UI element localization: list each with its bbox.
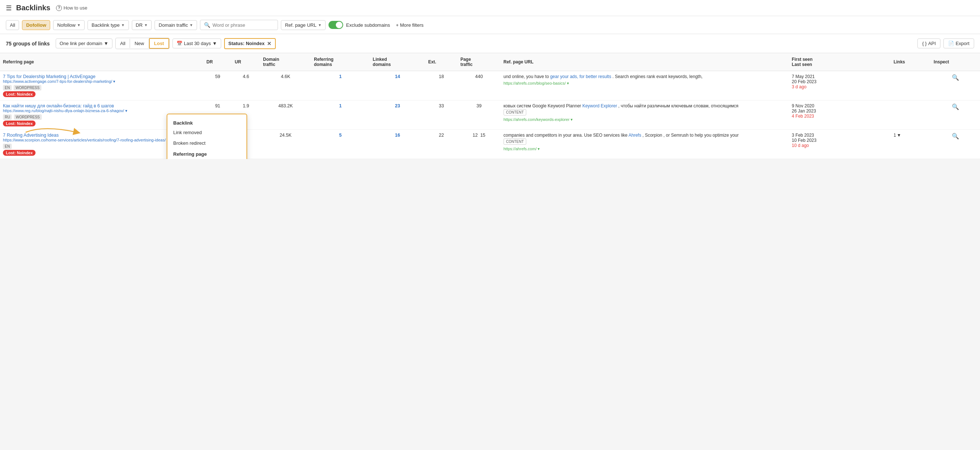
filter-bar: All Dofollow Nofollow ▼ Backlink type ▼ … [0, 16, 980, 34]
snippet-link-3[interactable]: Ahrefs [628, 132, 641, 138]
dropdown-link-removed[interactable]: Link removed [167, 127, 247, 138]
backlink-type-chevron-icon: ▼ [121, 23, 125, 27]
referring-page-link-3[interactable]: 7 Roofing Advertising Ideas [3, 132, 59, 138]
links-cell-3[interactable]: 1 ▼ [891, 130, 931, 159]
col-ur: UR [232, 53, 260, 71]
date-filter-button[interactable]: 📅 Last 30 days ▼ [172, 38, 221, 48]
domain-traffic-chevron-icon: ▼ [189, 23, 193, 27]
table-row: Как найти нишу для онлайн-бизнеса: гайд … [0, 101, 980, 130]
referring-domains-cell-1[interactable]: 1 [311, 71, 370, 101]
api-button[interactable]: { } API [917, 38, 940, 48]
links-cell-2 [891, 101, 931, 130]
ref-url-link-3[interactable]: https://ahrefs.com/ ▾ [504, 147, 540, 151]
first-seen-cell-1: 7 May 2021 20 Feb 2023 3 d ago [789, 71, 891, 101]
lang-tag-3: EN [3, 144, 12, 149]
domain-traffic-cell-2: 483.2K [260, 101, 311, 130]
snippet-link-2[interactable]: Keyword Explorer [582, 103, 617, 109]
inspect-cell-3[interactable]: 🔍 [931, 130, 980, 159]
table-header-row: Referring page DR UR Domaintraffic Refer… [0, 53, 980, 71]
ref-url-link-2[interactable]: https://ahrefs.com/keywords-explorer ▾ [504, 117, 573, 122]
col-ext: Ext. [425, 53, 457, 71]
tab-all[interactable]: All [116, 39, 130, 48]
cms-tag-1: WORDPRESS [14, 85, 41, 91]
inspect-cell-1[interactable]: 🔍 [931, 71, 980, 101]
table-row: 7 Roofing Advertising Ideas https://www.… [0, 130, 980, 159]
date-filter-chevron-icon: ▼ [212, 41, 217, 46]
word-phrase-input[interactable] [212, 22, 274, 28]
dropdown-broken-redirect[interactable]: Broken redirect [167, 138, 247, 148]
inspect-cell-2[interactable]: 🔍 [931, 101, 980, 130]
dr-cell-1: 59 [204, 71, 232, 101]
menu-icon[interactable]: ☰ [6, 4, 12, 12]
referring-page-url-3[interactable]: https://www.scorpion.co/home-services/ar… [3, 138, 169, 142]
lost-status-tag-3: Lost: Noindex [3, 150, 35, 156]
lang-tag-2: RU [3, 114, 12, 120]
backlink-type-filter-button[interactable]: Backlink type ▼ [88, 20, 129, 30]
dropdown-not-found[interactable]: Not found [167, 158, 247, 159]
page-traffic-cell-2: 39 [457, 101, 501, 130]
referring-page-link-1[interactable]: 7 Tips for Dealership Marketing | ActivE… [3, 74, 95, 79]
exclude-subdomains-label: Exclude subdomains [346, 22, 390, 28]
export-icon: 📄 [948, 41, 954, 46]
links-cell-1 [891, 71, 931, 101]
domain-traffic-cell-3: 24.5K [260, 130, 311, 159]
dr-chevron-icon: ▼ [144, 23, 148, 27]
more-filters-button[interactable]: + More filters [393, 21, 426, 30]
exclude-subdomains-toggle[interactable] [328, 21, 343, 29]
ext-cell-2: 33 [425, 101, 457, 130]
content-tag-3: CONTENT [504, 139, 526, 145]
question-icon: ? [56, 5, 62, 11]
snippet-cell-2: ковых систем Google Keyword Planner Keyw… [501, 101, 789, 130]
export-button[interactable]: 📄 Export [943, 38, 974, 48]
table-row: 7 Tips for Dealership Marketing | ActivE… [0, 71, 980, 101]
linked-domains-cell-2[interactable]: 23 [370, 101, 425, 130]
referring-page-url-1[interactable]: https://www.activengage.com/7-tips-for-d… [3, 79, 115, 83]
how-to-use-button[interactable]: ? How to use [56, 5, 87, 11]
ref-page-url-filter-button[interactable]: Ref. page URL ▼ [281, 20, 326, 30]
domain-traffic-cell-1: 4.6K [260, 71, 311, 101]
dofollow-filter-button[interactable]: Dofollow [22, 20, 50, 30]
nofollow-filter-button[interactable]: Nofollow ▼ [53, 20, 84, 30]
referring-domains-cell-2[interactable]: 1 [311, 101, 370, 130]
links-dropdown-chevron-icon[interactable]: ▼ [897, 132, 901, 138]
col-referring-domains: Referringdomains [311, 53, 370, 71]
status-tag-close-button[interactable]: ✕ [267, 41, 271, 46]
tab-new[interactable]: New [130, 39, 149, 48]
linked-domains-cell-1[interactable]: 14 [370, 71, 425, 101]
tab-lost[interactable]: Lost [149, 38, 169, 49]
domain-traffic-filter-button[interactable]: Domain traffic ▼ [154, 20, 197, 30]
snippet-link-1b[interactable]: for better results [579, 74, 611, 79]
links-dropdown-3[interactable]: 1 ▼ [894, 132, 928, 138]
snippet-cell-1: und online, you have to gear your ads, f… [501, 71, 789, 101]
referring-page-link-2[interactable]: Как найти нишу для онлайн-бизнеса: гайд … [3, 103, 114, 109]
word-phrase-search[interactable]: 🔍 [200, 20, 278, 30]
inspect-icon-3[interactable]: 🔍 [952, 133, 959, 139]
top-bar: ☰ Backlinks ? How to use [0, 0, 980, 16]
dr-filter-button[interactable]: DR ▼ [132, 20, 152, 30]
col-domain-traffic: Domaintraffic [260, 53, 311, 71]
status-dropdown-overlay: Backlink Link removed Broken redirect Re… [167, 113, 247, 159]
col-links: Links [891, 53, 931, 71]
ref-url-link-1[interactable]: https://ahrefs.com/blog/seo-basics/ ▾ [504, 81, 569, 85]
referring-domains-cell-3[interactable]: 5 [311, 130, 370, 159]
col-dr: DR [204, 53, 232, 71]
cms-tag-2: WORDPRESS [14, 114, 42, 120]
snippet-link-1a[interactable]: gear your ads, [550, 74, 578, 79]
toggle-thumb [336, 22, 342, 28]
ext-cell-1: 18 [425, 71, 457, 101]
inspect-icon-2[interactable]: 🔍 [952, 104, 959, 110]
domain-filter-dropdown[interactable]: One link per domain ▼ [56, 38, 113, 48]
groups-count: 75 groups of links [6, 41, 50, 46]
linked-domains-cell-3[interactable]: 16 [370, 130, 425, 159]
inspect-icon-1[interactable]: 🔍 [952, 74, 959, 81]
domain-filter-chevron-icon: ▼ [103, 41, 108, 46]
table-header-bar: 75 groups of links One link per domain ▼… [0, 34, 980, 53]
status-noindex-tag: Status: Noindex ✕ [224, 38, 276, 49]
all-filter-button[interactable]: All [6, 20, 19, 30]
content-tag-2: CONTENT [504, 109, 526, 115]
referring-page-url-2[interactable]: https://www.reg.ru/blog/najti-nishu-dlya… [3, 109, 127, 113]
tab-group: All New Lost [115, 38, 170, 49]
page-traffic-cell-3: 12 15 [457, 130, 501, 159]
app-title: Backlinks [16, 4, 50, 12]
ext-cell-3: 22 [425, 130, 457, 159]
